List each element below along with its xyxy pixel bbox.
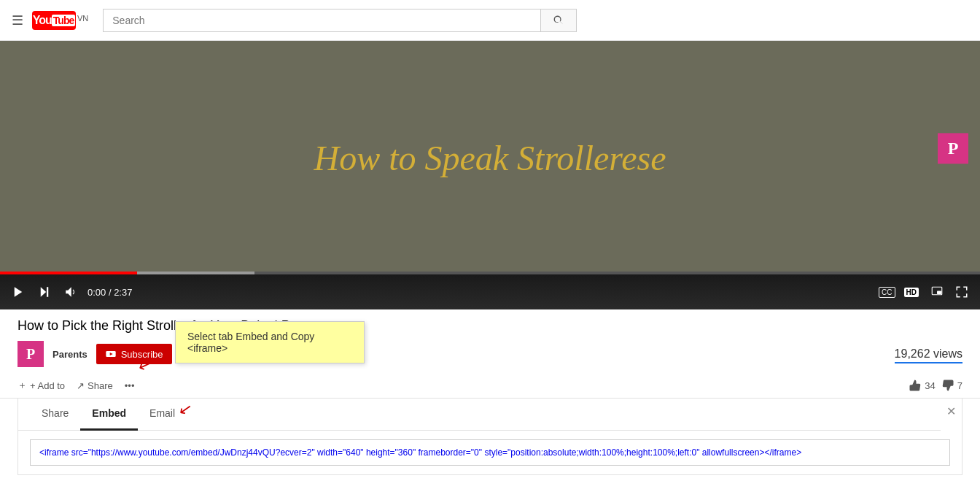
like-button[interactable]: 34 <box>909 379 935 392</box>
menu-icon[interactable]: ☰ <box>12 12 23 28</box>
p-logo-overlay: P <box>938 133 968 163</box>
search-button[interactable] <box>540 9 577 32</box>
youtube-logo[interactable]: YouTube VN <box>32 11 88 30</box>
tooltip-box: Select tab Embed and Copy <iframe> <box>175 321 365 363</box>
controls-right: CC HD <box>879 282 971 301</box>
search-icon <box>553 15 564 26</box>
next-icon <box>38 285 51 299</box>
fullscreen-icon <box>955 285 968 299</box>
youtube-icon-text: YouTube <box>33 14 75 27</box>
add-to-button[interactable]: ＋ + Add to <box>18 379 65 392</box>
time-display: 0:00 / 2:37 <box>88 287 132 298</box>
progress-fill <box>0 272 137 274</box>
youtube-country: VN <box>77 14 88 23</box>
thumbs-area: 34 7 <box>909 379 962 392</box>
embed-code-box[interactable]: <iframe src="https://www.youtube.com/emb… <box>30 439 950 466</box>
tooltip-text: Select tab Embed and Copy <iframe> <box>187 331 314 354</box>
search-input[interactable] <box>103 9 540 32</box>
thumbs-up-icon <box>909 379 922 392</box>
volume-icon <box>64 285 77 299</box>
next-button[interactable] <box>35 282 54 301</box>
miniplayer-icon <box>930 285 944 299</box>
channel-name: Parents <box>52 349 88 360</box>
show-more-row[interactable]: SHOW MORE <box>0 475 980 481</box>
video-main-title: How to Pick the Right Stroller for Your … <box>18 318 962 334</box>
action-row: ＋ + Add to ↗ Share ••• 34 7 <box>18 373 962 398</box>
header: ☰ YouTube VN <box>0 0 980 41</box>
channel-avatar: P <box>18 341 44 367</box>
channel-row: P Parents Subscribe 80K <box>18 341 198 367</box>
subscribe-icon <box>105 348 117 360</box>
tab-embed[interactable]: Embed <box>80 399 138 431</box>
play-icon <box>12 285 25 299</box>
views-count: 19,262 views <box>895 347 962 363</box>
video-title-overlay: How to Speak Strollerese <box>314 138 666 178</box>
progress-bar[interactable] <box>0 272 980 274</box>
search-bar <box>103 9 577 32</box>
youtube-icon: YouTube <box>32 11 76 30</box>
progress-buffer <box>137 272 254 274</box>
miniplayer-button[interactable] <box>928 282 946 301</box>
hd-badge: HD <box>904 288 919 297</box>
views-row: 19,262 views <box>895 347 962 363</box>
thumbs-down-icon <box>941 379 954 392</box>
play-button[interactable] <box>9 282 28 301</box>
fullscreen-button[interactable] <box>952 282 971 301</box>
more-button[interactable]: ••• <box>125 380 135 391</box>
svg-marker-3 <box>66 287 71 297</box>
hd-button[interactable]: HD <box>901 286 922 299</box>
controls-bar: 0:00 / 2:37 CC HD <box>0 274 980 309</box>
share-button[interactable]: ↗ Share <box>77 380 113 391</box>
tab-share[interactable]: Share <box>30 399 80 431</box>
add-icon: ＋ <box>18 379 27 392</box>
cc-button[interactable]: CC <box>879 287 895 298</box>
volume-button[interactable] <box>61 282 80 301</box>
svg-marker-1 <box>41 287 47 297</box>
svg-rect-5 <box>937 291 941 295</box>
svg-marker-0 <box>15 287 23 297</box>
close-button[interactable]: ✕ <box>941 399 962 424</box>
share-icon: ↗ <box>77 380 85 391</box>
share-tabs-section: ✕ Share Embed Email <iframe src="https:/… <box>18 399 962 475</box>
dislike-button[interactable]: 7 <box>941 379 962 392</box>
video-wrapper: How to Speak Strollerese P 0:00 / 2:37 C… <box>0 41 980 309</box>
video-player[interactable]: How to Speak Strollerese P <box>0 41 980 274</box>
subscribe-button[interactable]: Subscribe <box>96 344 172 364</box>
video-info: How to Pick the Right Stroller for Your … <box>0 309 980 399</box>
tabs-row: Share Embed Email <box>18 399 941 431</box>
svg-rect-2 <box>47 287 48 297</box>
